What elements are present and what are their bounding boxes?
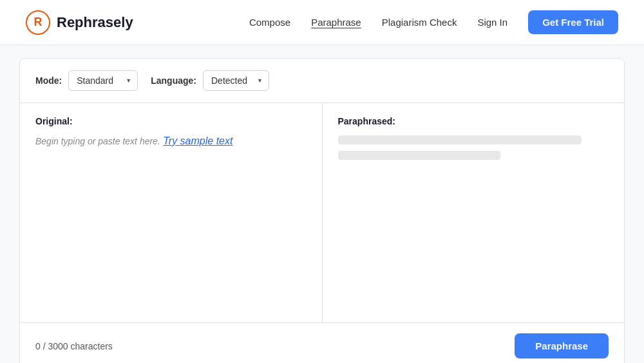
nav-sign-in[interactable]: Sign In (477, 17, 507, 28)
logo-icon: R (26, 10, 50, 35)
mode-select-wrapper: Standard Fluency Simple Creative Formal … (68, 70, 138, 91)
skeleton-line-1 (338, 135, 582, 144)
brand-name: Rephrasely (57, 14, 133, 31)
char-count: 0 / 3000 characters (35, 341, 113, 351)
original-panel: Original: Begin typing or paste text her… (20, 103, 323, 322)
placeholder-text: Begin typing or paste text here. (35, 136, 160, 146)
original-label: Original: (35, 116, 307, 126)
get-free-trial-button[interactable]: Get Free Trial (528, 10, 618, 34)
skeleton-line-2 (338, 151, 500, 160)
language-select-wrapper: Detected English Spanish French German (203, 70, 269, 91)
footer-bar: 0 / 3000 characters Paraphrase (20, 322, 624, 363)
nav-links: Compose Paraphrase Plagiarism Check Sign… (249, 10, 618, 34)
nav-paraphrase[interactable]: Paraphrase (311, 17, 361, 28)
editor-area: Original: Begin typing or paste text her… (20, 103, 624, 322)
paraphrase-button[interactable]: Paraphrase (515, 333, 609, 358)
paraphrased-label: Paraphrased: (338, 116, 609, 126)
try-sample-link[interactable]: Try sample text (163, 135, 232, 146)
mode-option-group: Mode: Standard Fluency Simple Creative F… (35, 70, 138, 91)
paraphrased-skeleton (338, 135, 609, 160)
language-label: Language: (151, 75, 196, 86)
header: R Rephrasely Compose Paraphrase Plagiari… (0, 0, 644, 45)
options-bar: Mode: Standard Fluency Simple Creative F… (20, 59, 624, 103)
mode-label: Mode: (35, 75, 62, 86)
paraphrased-panel: Paraphrased: (323, 103, 625, 322)
language-select[interactable]: Detected English Spanish French German (203, 70, 269, 91)
main-content: Mode: Standard Fluency Simple Creative F… (19, 58, 625, 363)
logo-area: R Rephrasely (26, 10, 133, 35)
nav-compose[interactable]: Compose (249, 17, 290, 28)
original-placeholder: Begin typing or paste text here. Try sam… (35, 135, 307, 147)
language-option-group: Language: Detected English Spanish Frenc… (151, 70, 269, 91)
nav-plagiarism-check[interactable]: Plagiarism Check (382, 17, 457, 28)
mode-select[interactable]: Standard Fluency Simple Creative Formal … (68, 70, 138, 91)
